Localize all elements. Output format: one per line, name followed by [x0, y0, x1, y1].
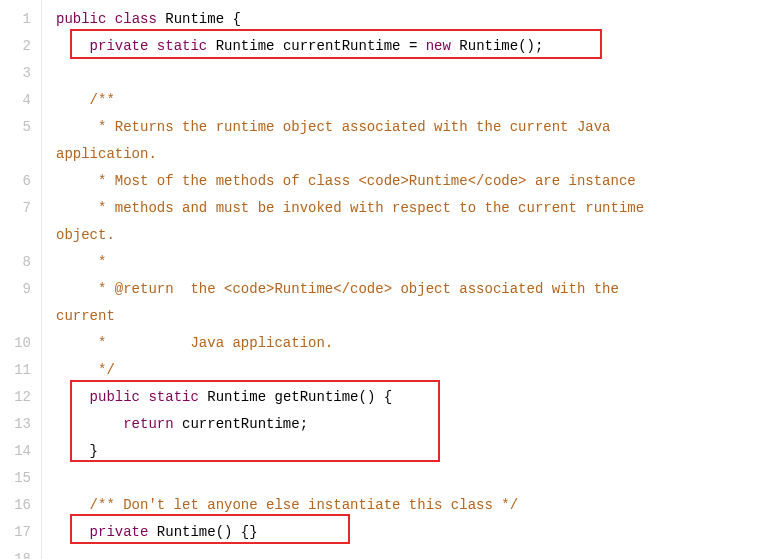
code-line[interactable]: * Most of the methods of class <code>Run…: [56, 168, 767, 195]
code-line[interactable]: * @return the <code>Runtime</code> objec…: [56, 276, 767, 303]
line-number: 11: [0, 357, 31, 384]
line-number: 9: [0, 276, 31, 303]
code-line[interactable]: private static Runtime currentRuntime = …: [56, 33, 767, 60]
code-line[interactable]: * Returns the runtime object associated …: [56, 114, 767, 141]
line-number: 7: [0, 195, 31, 222]
line-number: 15: [0, 465, 31, 492]
line-number: 14: [0, 438, 31, 465]
code-line[interactable]: * Java application.: [56, 330, 767, 357]
code-line[interactable]: [56, 60, 767, 87]
code-line[interactable]: return currentRuntime;: [56, 411, 767, 438]
line-number: 2: [0, 33, 31, 60]
code-line[interactable]: * methods and must be invoked with respe…: [56, 195, 767, 222]
code-line[interactable]: private Runtime() {}: [56, 519, 767, 546]
line-number: 8: [0, 249, 31, 276]
code-line[interactable]: object.: [56, 222, 767, 249]
code-line[interactable]: }: [56, 438, 767, 465]
line-number: [0, 141, 31, 168]
line-number: 12: [0, 384, 31, 411]
code-editor: 1 2 3 4 5 6 7 8 9 10 11 12 13 14 15 16 1…: [0, 0, 767, 559]
line-number: 1: [0, 6, 31, 33]
code-content[interactable]: public class Runtime { private static Ru…: [42, 0, 767, 559]
line-number: [0, 303, 31, 330]
code-line[interactable]: /**: [56, 87, 767, 114]
line-number: 4: [0, 87, 31, 114]
line-number: [0, 222, 31, 249]
code-line[interactable]: [56, 465, 767, 492]
code-line[interactable]: public static Runtime getRuntime() {: [56, 384, 767, 411]
code-line[interactable]: */: [56, 357, 767, 384]
line-number: 10: [0, 330, 31, 357]
line-number: 16: [0, 492, 31, 519]
code-line[interactable]: public class Runtime {: [56, 6, 767, 33]
code-line[interactable]: ...: [56, 546, 767, 559]
line-number-gutter: 1 2 3 4 5 6 7 8 9 10 11 12 13 14 15 16 1…: [0, 0, 42, 559]
code-line[interactable]: *: [56, 249, 767, 276]
code-line[interactable]: application.: [56, 141, 767, 168]
line-number: 17: [0, 519, 31, 546]
line-number: 6: [0, 168, 31, 195]
code-line[interactable]: /** Don't let anyone else instantiate th…: [56, 492, 767, 519]
line-number: 13: [0, 411, 31, 438]
line-number: 18: [0, 546, 31, 559]
code-line[interactable]: current: [56, 303, 767, 330]
line-number: 5: [0, 114, 31, 141]
line-number: 3: [0, 60, 31, 87]
